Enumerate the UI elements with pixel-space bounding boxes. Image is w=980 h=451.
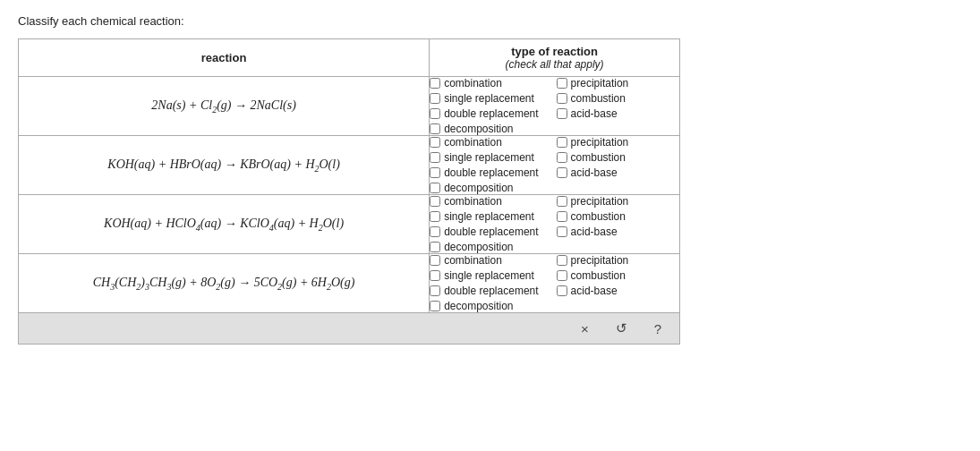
checkbox-combustion-4[interactable] [557,270,567,281]
checkbox-combination-2[interactable] [430,137,440,148]
checkbox-double-replacement-3[interactable] [430,226,440,237]
option-decomposition-4: decomposition [430,300,552,312]
label-precipitation-2: precipitation [571,136,629,149]
checkbox-combustion-3[interactable] [557,211,567,222]
option-precipitation-4: precipitation [557,254,679,267]
checkbox-precipitation-2[interactable] [557,137,567,148]
refresh-button[interactable]: ↺ [610,319,633,338]
main-table: reaction type of reaction (check all tha… [18,38,680,313]
reaction-cell-3: KOH(aq) + HClO4(aq) → KClO4(aq) + H2O(l) [19,195,430,254]
checkbox-decomposition-4[interactable] [430,301,440,311]
checkbox-combination-3[interactable] [430,196,440,207]
label-decomposition-3: decomposition [444,241,513,253]
checkbox-precipitation-3[interactable] [557,196,567,207]
col-type-title: type of reaction [439,45,670,58]
checkbox-single-replacement-3[interactable] [430,211,440,222]
label-single-replacement-2: single replacement [444,151,534,164]
reaction-row-4: CH3(CH2)3CH3(g) + 8O2(g) → 5CO2(g) + 6H2… [19,254,680,313]
label-acid-base-4: acid-base [571,285,618,297]
help-button[interactable]: ? [649,319,667,338]
reaction-row-3: KOH(aq) + HClO4(aq) → KClO4(aq) + H2O(l)… [19,195,680,254]
label-acid-base-3: acid-base [571,226,618,238]
reaction-cell-1: 2Na(s) + Cl2(g) → 2NaCl(s) [19,77,430,136]
reaction-formula-4: CH3(CH2)3CH3(g) + 8O2(g) → 5CO2(g) + 6H2… [93,276,355,289]
checkbox-decomposition-1[interactable] [430,123,440,134]
option-combustion-3: combustion [557,210,679,223]
checkbox-double-replacement-2[interactable] [430,167,440,178]
label-precipitation-3: precipitation [571,195,629,208]
option-combination-2: combination [430,136,552,149]
label-single-replacement-1: single replacement [444,92,534,105]
label-combustion-3: combustion [571,210,626,223]
label-decomposition-1: decomposition [444,123,513,135]
checkbox-precipitation-4[interactable] [557,255,567,266]
option-decomposition-2: decomposition [430,182,552,194]
label-precipitation-1: precipitation [571,77,629,89]
checkbox-acid-base-3[interactable] [557,226,567,237]
option-combustion-1: combustion [557,92,679,105]
option-precipitation-1: precipitation [557,77,679,89]
checkbox-decomposition-3[interactable] [430,242,440,252]
option-double-replacement-3: double replacement [430,226,552,238]
options-cell-3: combinationprecipitationsingle replaceme… [430,195,680,254]
label-precipitation-4: precipitation [571,254,629,267]
reaction-formula-1: 2Na(s) + Cl2(g) → 2NaCl(s) [151,98,295,112]
option-double-replacement-1: double replacement [430,107,552,120]
option-acid-base-2: acid-base [557,166,679,179]
checkbox-acid-base-1[interactable] [557,108,567,119]
label-decomposition-2: decomposition [444,182,513,194]
reaction-formula-2: KOH(aq) + HBrO(aq) → KBrO(aq) + H2O(l) [107,157,340,171]
label-double-replacement-2: double replacement [444,166,538,179]
col-type-subtitle: (check all that apply) [439,58,670,71]
reaction-cell-2: KOH(aq) + HBrO(aq) → KBrO(aq) + H2O(l) [19,136,430,195]
label-combustion-4: combustion [571,269,626,282]
reaction-cell-4: CH3(CH2)3CH3(g) + 8O2(g) → 5CO2(g) + 6H2… [19,254,430,313]
option-empty-4 [557,300,679,312]
option-empty-3 [557,241,679,253]
option-single-replacement-2: single replacement [430,151,552,164]
checkbox-acid-base-2[interactable] [557,167,567,178]
checkbox-combination-1[interactable] [430,78,440,89]
checkbox-single-replacement-2[interactable] [430,152,440,163]
option-empty-2 [557,182,679,194]
label-acid-base-1: acid-base [571,107,618,120]
close-button[interactable]: × [575,319,594,338]
checkbox-combustion-2[interactable] [557,152,567,163]
option-single-replacement-4: single replacement [430,269,552,282]
page-title: Classify each chemical reaction: [18,14,962,28]
label-single-replacement-3: single replacement [444,210,534,223]
col-type-header: type of reaction (check all that apply) [430,39,680,77]
reaction-row-2: KOH(aq) + HBrO(aq) → KBrO(aq) + H2O(l)co… [19,136,680,195]
label-decomposition-4: decomposition [444,300,513,312]
option-double-replacement-4: double replacement [430,285,552,297]
checkbox-acid-base-4[interactable] [557,285,567,296]
checkbox-double-replacement-1[interactable] [430,108,440,119]
checkbox-single-replacement-4[interactable] [430,270,440,281]
option-combination-1: combination [430,77,552,89]
option-acid-base-3: acid-base [557,226,679,238]
option-decomposition-1: decomposition [430,123,552,135]
label-combination-3: combination [444,195,502,208]
checkbox-single-replacement-1[interactable] [430,93,440,104]
option-empty-1 [557,123,679,135]
reaction-formula-3: KOH(aq) + HClO4(aq) → KClO4(aq) + H2O(l) [104,217,344,230]
option-combination-4: combination [430,254,552,267]
label-combustion-2: combustion [571,151,626,164]
options-cell-1: combinationprecipitationsingle replaceme… [430,77,680,136]
checkbox-combination-4[interactable] [430,255,440,266]
checkbox-double-replacement-4[interactable] [430,285,440,296]
checkbox-precipitation-1[interactable] [557,78,567,89]
option-single-replacement-1: single replacement [430,92,552,105]
label-combination-2: combination [444,136,502,149]
checkbox-combustion-1[interactable] [557,93,567,104]
options-cell-4: combinationprecipitationsingle replaceme… [430,254,680,313]
option-double-replacement-2: double replacement [430,166,552,179]
reaction-row-1: 2Na(s) + Cl2(g) → 2NaCl(s)combinationpre… [19,77,680,136]
label-combustion-1: combustion [571,92,626,105]
option-acid-base-4: acid-base [557,285,679,297]
checkbox-decomposition-2[interactable] [430,183,440,193]
option-combustion-4: combustion [557,269,679,282]
label-combination-4: combination [444,254,502,267]
label-double-replacement-3: double replacement [444,226,538,238]
label-double-replacement-1: double replacement [444,107,538,120]
